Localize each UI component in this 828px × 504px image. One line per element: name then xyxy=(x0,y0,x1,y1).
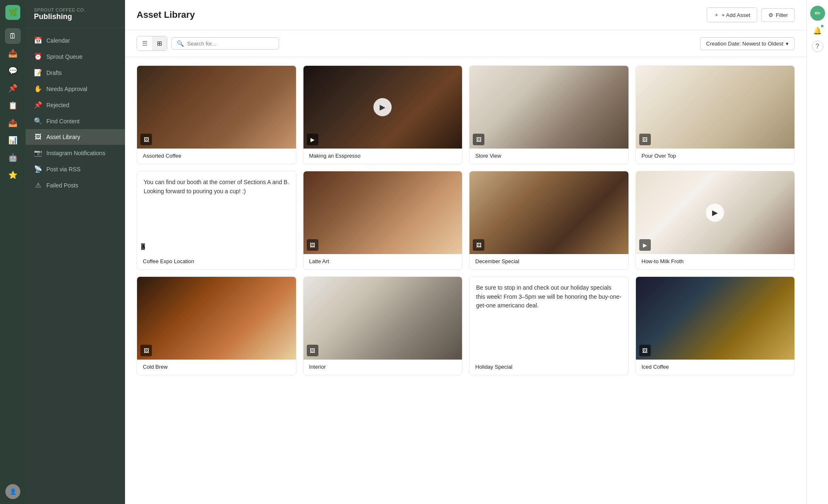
search-icon: 🔍 xyxy=(177,40,184,47)
asset-card-7[interactable]: 🖼 December Special xyxy=(469,171,629,270)
sidebar-item-rejected[interactable]: 📌 Rejected xyxy=(26,97,125,113)
nav-icon-pin[interactable]: 📌 xyxy=(5,80,21,96)
help-button[interactable]: ? xyxy=(812,41,823,52)
asset-thumb-8: ▶ ▶ xyxy=(636,171,795,254)
asset-thumb-6: 🖼 xyxy=(303,171,462,254)
nav-icon-analytics[interactable]: 📊 xyxy=(5,132,21,148)
asset-title-5: Coffee Expo Location xyxy=(137,254,296,269)
asset-title-11: Holiday Special xyxy=(469,360,628,375)
toolbar: ☰ ⊞ 🔍 Creation Date: Newest to Oldest ▾ xyxy=(125,30,806,57)
sidebar-nav: 📅 Calendar ⏰ Sprout Queue 📝 Drafts ✋ Nee… xyxy=(26,28,125,197)
edit-button[interactable]: ✏ xyxy=(810,6,825,21)
rejected-icon: 📌 xyxy=(34,101,42,109)
asset-card-8[interactable]: ▶ ▶ How-to Milk Froth xyxy=(635,171,795,270)
add-asset-button[interactable]: ＋ + Add Asset xyxy=(707,7,757,22)
asset-card-6[interactable]: 🖼 Latte Art xyxy=(303,171,463,270)
image-type-icon-4: 🖼 xyxy=(639,134,651,145)
sidebar-item-instagram[interactable]: 📷 Instagram Notifications xyxy=(26,145,125,161)
sidebar: Sprout Coffee Co. Publishing 📅 Calendar … xyxy=(26,0,125,504)
company-name: Sprout Coffee Co. xyxy=(34,7,117,12)
text-content-11: Be sure to stop in and check out our hol… xyxy=(476,283,622,310)
find-icon: 🔍 xyxy=(34,117,42,125)
asset-card-5[interactable]: You can find our booth at the corner of … xyxy=(137,171,296,270)
rss-icon: 📡 xyxy=(34,165,42,173)
sidebar-label-failed: Failed Posts xyxy=(46,182,78,189)
product-name: Publishing xyxy=(34,12,117,21)
sidebar-label-queue: Sprout Queue xyxy=(46,53,82,60)
app-logo[interactable]: 🌿 xyxy=(5,5,20,20)
asset-card-12[interactable]: 🖼 Iced Coffee xyxy=(635,276,795,375)
filter-button[interactable]: ⚙ Filter xyxy=(761,8,795,22)
sidebar-label-approval: Needs Approval xyxy=(46,86,87,92)
image-type-icon-7: 🖼 xyxy=(473,239,484,251)
image-type-icon-10: 🖼 xyxy=(307,345,318,356)
asset-title-12: Iced Coffee xyxy=(636,360,795,375)
asset-card-4[interactable]: 🖼 Pour Over Top xyxy=(635,65,795,164)
sidebar-item-rss[interactable]: 📡 Post via RSS xyxy=(26,161,125,177)
notification-bell-button[interactable]: 🔔 xyxy=(810,23,825,38)
notification-badge xyxy=(820,24,824,28)
image-type-icon-6: 🖼 xyxy=(307,239,318,251)
filter-icon: ⚙ xyxy=(768,12,773,18)
sort-label: Creation Date: Newest to Oldest xyxy=(706,41,783,47)
instagram-icon: 📷 xyxy=(34,149,42,157)
asset-title-1: Assorted Coffee xyxy=(137,149,296,164)
asset-card-11[interactable]: Be sure to stop in and check out our hol… xyxy=(469,276,629,375)
user-avatar[interactable]: 👤 xyxy=(5,484,20,499)
image-type-icon: 🖼 xyxy=(140,134,152,145)
sidebar-item-find-content[interactable]: 🔍 Find Content xyxy=(26,113,125,129)
asset-grid: 🖼 Assorted Coffee ▶ ▶ Making an Esspress… xyxy=(137,65,795,375)
add-asset-label: + Add Asset xyxy=(722,12,750,18)
asset-card-1[interactable]: 🖼 Assorted Coffee xyxy=(137,65,296,164)
calendar-icon: 📅 xyxy=(34,36,42,44)
right-rail: ✏ 🔔 ? xyxy=(806,0,828,504)
asset-card-3[interactable]: 🖼 Store View xyxy=(469,65,629,164)
nav-icon-engage[interactable]: 💬 xyxy=(5,63,21,79)
asset-thumb-4: 🖼 xyxy=(636,66,795,149)
asset-title-8: How-to Milk Froth xyxy=(636,254,795,269)
drafts-icon: 📝 xyxy=(34,69,42,77)
image-type-icon-3: 🖼 xyxy=(473,134,484,145)
sort-dropdown[interactable]: Creation Date: Newest to Oldest ▾ xyxy=(700,37,795,50)
nav-icon-publishing[interactable]: 🗓 xyxy=(5,28,21,44)
sidebar-item-sprout-queue[interactable]: ⏰ Sprout Queue xyxy=(26,48,125,65)
nav-icon-send[interactable]: 📤 xyxy=(5,115,21,131)
sidebar-item-drafts[interactable]: 📝 Drafts xyxy=(26,65,125,81)
list-view-button[interactable]: ☰ xyxy=(137,36,152,50)
asset-thumb-10: 🖼 xyxy=(303,277,462,360)
sidebar-label-rss: Post via RSS xyxy=(46,166,80,173)
sidebar-item-needs-approval[interactable]: ✋ Needs Approval xyxy=(26,81,125,97)
asset-title-9: Cold Brew xyxy=(137,360,296,375)
asset-title-6: Latte Art xyxy=(303,254,462,269)
asset-title-10: Interior xyxy=(303,360,462,375)
asset-card-2[interactable]: ▶ ▶ Making an Esspresso xyxy=(303,65,463,164)
video-type-icon-8: ▶ xyxy=(639,239,651,251)
text-content-5: You can find our booth at the corner of … xyxy=(144,178,289,196)
chevron-down-icon: ▾ xyxy=(786,41,789,47)
video-type-icon: ▶ xyxy=(307,134,318,145)
main-header: Asset Library ＋ + Add Asset ⚙ Filter xyxy=(125,0,806,30)
asset-icon: 🖼 xyxy=(34,133,42,141)
image-type-icon-9: 🖼 xyxy=(140,345,152,356)
asset-card-9[interactable]: 🖼 Cold Brew xyxy=(137,276,296,375)
nav-icon-inbox[interactable]: 📥 xyxy=(5,46,21,61)
asset-title-7: December Special xyxy=(469,254,628,269)
nav-icon-list[interactable]: 📋 xyxy=(5,98,21,113)
asset-card-10[interactable]: 🖼 Interior xyxy=(303,276,463,375)
grid-view-button[interactable]: ⊞ xyxy=(152,36,167,50)
nav-icon-bot[interactable]: 🤖 xyxy=(5,150,21,166)
approval-icon: ✋ xyxy=(34,85,42,93)
sidebar-item-asset-library[interactable]: 🖼 Asset Library xyxy=(26,129,125,145)
page-title: Asset Library xyxy=(137,10,195,20)
image-type-icon-12: 🖼 xyxy=(639,345,651,356)
asset-title-2: Making an Esspresso xyxy=(303,149,462,164)
asset-title-3: Store View xyxy=(469,149,628,164)
nav-icon-star[interactable]: ⭐ xyxy=(5,167,21,183)
search-input[interactable] xyxy=(187,41,274,47)
view-toggle: ☰ ⊞ xyxy=(137,36,167,51)
text-thumb-5: You can find our booth at the corner of … xyxy=(137,171,296,254)
sidebar-label-assets: Asset Library xyxy=(46,134,80,140)
sidebar-item-failed-posts[interactable]: ⚠ Failed Posts xyxy=(26,177,125,193)
sidebar-item-calendar[interactable]: 📅 Calendar xyxy=(26,32,125,48)
asset-thumb-9: 🖼 xyxy=(137,277,296,360)
